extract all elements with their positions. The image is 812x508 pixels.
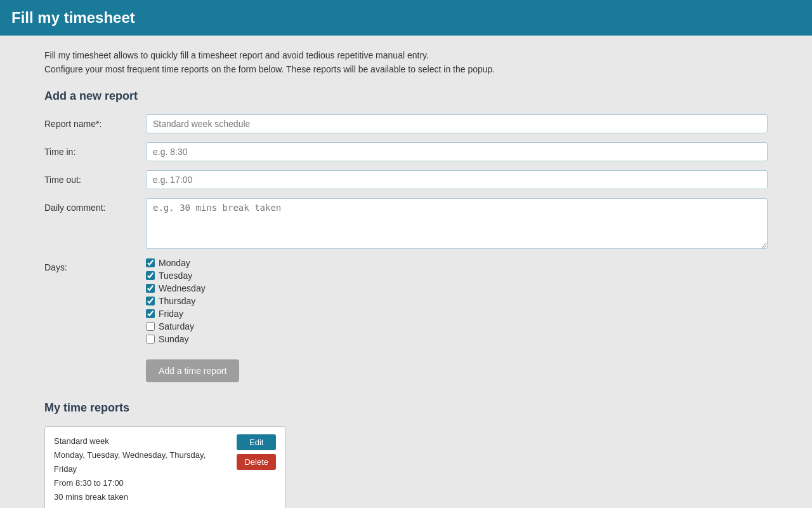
- daily-comment-input[interactable]: [146, 198, 768, 249]
- day-label-saturday[interactable]: Saturday: [146, 321, 206, 331]
- day-text-sunday: Sunday: [159, 334, 188, 344]
- day-checkbox-saturday[interactable]: [146, 322, 155, 331]
- daily-comment-group: Daily comment:: [44, 198, 768, 249]
- time-out-group: Time out:: [44, 170, 768, 189]
- intro-line2: Configure your most frequent time report…: [44, 62, 768, 76]
- report-name-input[interactable]: [146, 114, 768, 133]
- time-in-label: Time in:: [44, 142, 146, 157]
- day-text-monday: Monday: [159, 258, 190, 268]
- day-text-thursday: Thursday: [159, 296, 195, 306]
- add-time-report-button[interactable]: Add a time report: [146, 359, 239, 382]
- report-actions: EditDelete: [237, 434, 276, 470]
- days-checkboxes: MondayTuesdayWednesdayThursdayFridaySatu…: [146, 258, 206, 344]
- report-name: Standard week: [54, 434, 229, 448]
- days-group: Days: MondayTuesdayWednesdayThursdayFrid…: [44, 258, 768, 344]
- main-content: Fill my timesheet allows to quickly fill…: [0, 36, 812, 508]
- delete-report-button[interactable]: Delete: [237, 454, 276, 470]
- app-header: Fill my timesheet: [0, 0, 812, 36]
- day-text-wednesday: Wednesday: [159, 283, 206, 293]
- report-comment: 30 mins break taken: [54, 490, 229, 504]
- app-title: Fill my timesheet: [11, 9, 801, 27]
- add-report-form: Report name*: Time in: Time out: Daily c…: [44, 114, 768, 382]
- intro-line1: Fill my timesheet allows to quickly fill…: [44, 48, 768, 62]
- day-text-saturday: Saturday: [159, 321, 194, 331]
- day-label-friday[interactable]: Friday: [146, 309, 206, 319]
- time-out-label: Time out:: [44, 170, 146, 185]
- day-checkbox-monday[interactable]: [146, 258, 155, 267]
- report-info: Standard week Monday, Tuesday, Wednesday…: [54, 434, 229, 504]
- day-label-thursday[interactable]: Thursday: [146, 296, 206, 306]
- my-reports-section: My time reports Standard week Monday, Tu…: [44, 401, 768, 508]
- report-name-label: Report name*:: [44, 114, 146, 129]
- day-text-tuesday: Tuesday: [159, 271, 192, 281]
- day-checkbox-thursday[interactable]: [146, 297, 155, 305]
- day-checkbox-wednesday[interactable]: [146, 284, 155, 293]
- day-label-monday[interactable]: Monday: [146, 258, 206, 268]
- edit-report-button[interactable]: Edit: [237, 434, 276, 450]
- add-report-title: Add a new report: [44, 90, 768, 103]
- intro-block: Fill my timesheet allows to quickly fill…: [44, 48, 768, 77]
- report-days: Monday, Tuesday, Wednesday, Thursday, Fr…: [54, 448, 229, 476]
- report-card: Standard week Monday, Tuesday, Wednesday…: [44, 426, 285, 508]
- time-in-group: Time in:: [44, 142, 768, 161]
- reports-list: Standard week Monday, Tuesday, Wednesday…: [44, 426, 768, 508]
- day-checkbox-tuesday[interactable]: [146, 271, 155, 280]
- daily-comment-label: Daily comment:: [44, 198, 146, 213]
- day-checkbox-sunday[interactable]: [146, 335, 155, 344]
- report-name-group: Report name*:: [44, 114, 768, 133]
- day-label-tuesday[interactable]: Tuesday: [146, 271, 206, 281]
- day-text-friday: Friday: [159, 309, 183, 319]
- report-time: From 8:30 to 17:00: [54, 476, 229, 490]
- day-checkbox-friday[interactable]: [146, 309, 155, 318]
- my-reports-title: My time reports: [44, 401, 768, 415]
- time-out-input[interactable]: [146, 170, 768, 189]
- day-label-sunday[interactable]: Sunday: [146, 334, 206, 344]
- day-label-wednesday[interactable]: Wednesday: [146, 283, 206, 293]
- time-in-input[interactable]: [146, 142, 768, 161]
- days-label: Days:: [44, 258, 146, 272]
